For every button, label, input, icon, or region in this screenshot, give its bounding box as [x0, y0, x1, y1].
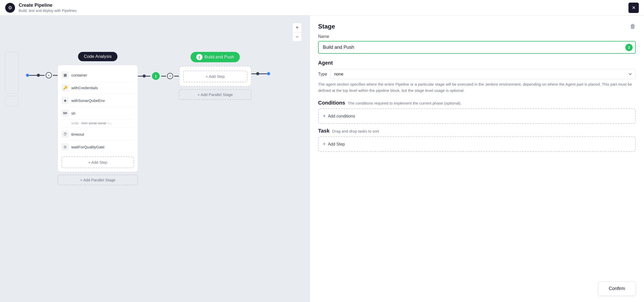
- task-header: Task Drag and drop tasks to sort: [318, 128, 636, 134]
- stage2-label-text: Build and Push: [205, 54, 234, 60]
- waitforqualitygate-icon: ⊙: [61, 143, 69, 150]
- type-select[interactable]: none any docker label: [330, 69, 636, 79]
- step-withsonarqubeenv[interactable]: ◈ withSonarQubeEnv: [61, 94, 134, 107]
- step-withcredentials[interactable]: 🔑 withCredentials: [61, 81, 134, 94]
- stage-code-analysis-label: Code Analysis: [78, 52, 117, 61]
- add-step-plus-icon: +: [323, 141, 326, 147]
- add-step-stage2-btn[interactable]: + Add Step: [183, 71, 247, 82]
- close-button[interactable]: ✕: [628, 3, 639, 13]
- page-title: Create Pipeline: [19, 3, 76, 8]
- add-step-stage1-btn[interactable]: + Add Step: [61, 156, 134, 168]
- mid-connector: 1 +: [138, 72, 179, 80]
- left-connector: +: [26, 72, 58, 78]
- name-badge: 3: [625, 44, 633, 51]
- type-label: Type: [318, 72, 327, 77]
- step-timeout-label: timeout: [71, 132, 84, 136]
- side-panel: Stage 🗑 Name 3 Agent Type none any docke…: [310, 16, 644, 302]
- header: ⚙ Create Pipeline Build, test and deploy…: [0, 0, 644, 16]
- conditions-description: The conditions required to implement the…: [348, 101, 461, 105]
- pipeline-flow: + Code Analysis ▦ container 🔑 withCreden…: [26, 52, 270, 185]
- task-description: Drag and drop tasks to sort: [332, 129, 379, 133]
- add-conditions-button[interactable]: + Add conditions: [318, 108, 636, 124]
- timeout-icon: ⏱: [61, 131, 69, 138]
- page-subtitle: Build, test and deploy with Pipelines: [19, 9, 76, 13]
- name-field-label: Name: [318, 34, 636, 39]
- type-row: Type none any docker label: [318, 69, 636, 79]
- connector-badge-1: 1: [152, 72, 160, 80]
- header-text: Create Pipeline Build, test and deploy w…: [19, 3, 76, 13]
- stage-code-analysis-card: ▦ container 🔑 withCredentials ◈ withSona…: [58, 65, 138, 172]
- step-timeout[interactable]: ⏱ timeout: [61, 128, 134, 141]
- container-icon: ▦: [61, 71, 69, 79]
- script-label: script: [71, 121, 79, 125]
- panel-title: Stage: [318, 23, 335, 30]
- panel-body: Name 3 Agent Type none any docker label …: [310, 34, 644, 181]
- conditions-title: Conditions: [318, 100, 345, 106]
- stage-build-push-label: 2 Build and Push: [191, 52, 240, 62]
- conditions-header: Conditions The conditions required to im…: [318, 100, 636, 106]
- step-container[interactable]: ▦ container: [61, 69, 134, 81]
- add-before-stage1-btn[interactable]: +: [46, 72, 52, 78]
- confirm-button[interactable]: Confirm: [598, 282, 636, 296]
- stage2-number: 2: [196, 54, 202, 60]
- step-container-label: container: [71, 73, 87, 77]
- add-conditions-plus-icon: +: [323, 113, 326, 119]
- add-parallel-stage2-btn[interactable]: + Add Parallel Stage: [179, 89, 251, 100]
- step-withsonarqubeenv-label: withSonarQubeEnv: [71, 98, 105, 103]
- stage-build-push-card: + Add Step: [179, 66, 251, 87]
- pipeline-canvas: + − + Code Analysis: [0, 16, 310, 302]
- trash-icon: 🗑: [630, 23, 636, 30]
- close-icon: ✕: [632, 5, 636, 11]
- withcredentials-icon: 🔑: [61, 84, 69, 91]
- step-sh[interactable]: SH sh: [61, 107, 134, 120]
- step-withcredentials-label: withCredentials: [71, 86, 98, 90]
- name-input[interactable]: [318, 41, 636, 54]
- agent-section-title: Agent: [318, 60, 636, 66]
- step-waitforqualitygate-label: waitForQualityGate: [71, 145, 104, 149]
- ghost-stage-left: [5, 52, 19, 106]
- add-conditions-label: Add conditions: [328, 114, 355, 119]
- add-step-panel-button[interactable]: + Add Step: [318, 136, 636, 152]
- task-title: Task: [318, 128, 330, 134]
- step-waitforqualitygate[interactable]: ⊙ waitForQualityGate: [61, 141, 134, 153]
- add-parallel-stage1-btn[interactable]: + Add Parallel Stage: [58, 175, 138, 185]
- logo-icon: ⚙: [8, 5, 12, 11]
- panel-header: Stage 🗑: [310, 16, 644, 34]
- stage-code-analysis: Code Analysis ▦ container 🔑 withCredenti…: [58, 52, 138, 185]
- script-line: script mvn sonar:sonar −...: [61, 120, 134, 128]
- agent-description: The agent section specifies where the en…: [318, 81, 636, 94]
- step-sh-label: sh: [71, 111, 75, 115]
- zoom-in-button[interactable]: +: [292, 23, 302, 32]
- name-field-wrapper: 3: [318, 41, 636, 54]
- sh-icon: SH: [61, 109, 69, 117]
- right-connector: [251, 72, 270, 75]
- add-step-panel-label: Add Step: [328, 142, 345, 147]
- app-logo: ⚙: [5, 3, 15, 13]
- withsonarqubeenv-icon: ◈: [61, 97, 69, 104]
- stage-build-push: 2 Build and Push + Add Step + Add Parall…: [179, 52, 251, 100]
- script-value: mvn sonar:sonar −...: [81, 121, 112, 125]
- delete-stage-button[interactable]: 🗑: [630, 23, 636, 30]
- add-before-stage2-btn[interactable]: +: [167, 73, 173, 79]
